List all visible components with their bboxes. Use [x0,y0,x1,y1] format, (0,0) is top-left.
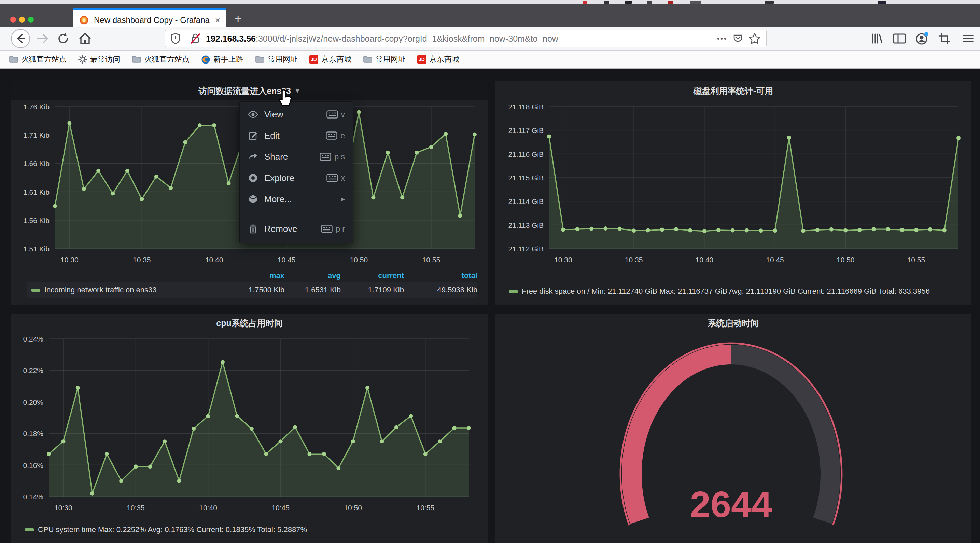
mouse-cursor-hand [277,88,295,109]
svg-text:10:55: 10:55 [907,256,925,264]
pocket-icon[interactable] [732,32,744,45]
submenu-arrow-icon: ▸ [341,195,345,204]
cpu-chart[interactable]: 10:3010:3510:4010:4510:5010:550.24%0.22%… [11,333,488,518]
legend-header-total[interactable]: total [404,271,477,280]
legend-line[interactable]: Free disk space on / Min: 21.112740 GiB … [509,287,970,296]
bookmark-label: 火狐官方站点 [145,54,189,65]
series-stats: Free disk space on / Min: 21.112740 GiB … [522,287,930,296]
disk-usage-chart[interactable]: 10:3010:3510:4010:4510:5010:5521.118 GiB… [495,100,972,268]
bookmark-item[interactable]: 常用网址 [363,54,406,65]
window-minimize-button[interactable] [19,17,25,22]
tracking-protection-shield-icon[interactable] [170,32,181,45]
keyboard-icon [326,132,337,140]
gear-icon [78,55,87,64]
uptime-gauge: 2644 [495,333,972,543]
series-max: 1.7500 Kib [233,285,285,295]
svg-text:10:35: 10:35 [127,504,145,511]
page-actions-icon[interactable]: ••• [717,35,727,43]
menubar-icon [625,1,632,4]
legend-table: max avg current total Incoming network t… [27,271,477,298]
window-zoom-button[interactable] [28,17,34,22]
shortcut: p r [321,225,345,234]
account-icon[interactable] [912,27,932,51]
url-text[interactable]: 192.168.3.56:3000/d/-jnlszjWz/new-dashbo… [206,34,712,44]
browser-tab-bar: New dashboard Copy - Grafana × + [0,4,980,27]
menu-item-share[interactable]: Share p s [240,146,353,167]
screenshot-icon[interactable] [935,27,954,51]
svg-text:0.20%: 0.20% [23,398,43,406]
forward-button[interactable] [33,27,52,51]
bookmark-item[interactable]: JD 京东商城 [309,54,352,65]
legend-series-row[interactable]: Incoming network traffic on ens33 1.7500… [27,282,477,298]
svg-text:10:40: 10:40 [199,504,217,511]
folder-icon [9,56,18,63]
menubar-icon [604,1,609,4]
shortcut: e [326,131,345,140]
new-tab-button[interactable]: + [234,12,242,25]
svg-text:21.115 GiB: 21.115 GiB [508,174,544,182]
trash-icon [248,224,258,234]
bookmark-star-icon[interactable] [748,32,762,45]
menu-hamburger-icon[interactable] [958,27,978,51]
jd-icon: JD [309,55,318,64]
edit-icon [248,131,258,140]
bookmark-label: 最常访问 [90,54,120,65]
menu-item-more[interactable]: More... ▸ [240,188,353,210]
panel-title-dropdown[interactable]: 系统启动时间 [495,314,972,333]
panel-title-dropdown[interactable]: cpu系统占用时间 [11,314,488,333]
svg-text:10:30: 10:30 [54,504,72,511]
svg-text:2644: 2644 [690,484,772,525]
bookmark-item[interactable]: 最常访问 [78,54,120,65]
series-stats: CPU system time Max: 0.2252% Avg: 0.1763… [38,525,307,534]
home-button[interactable] [76,27,94,51]
panel-title: 系统启动时间 [708,318,759,329]
bookmark-label: 京东商城 [321,54,352,65]
svg-text:21.113 GiB: 21.113 GiB [508,221,544,229]
panel-title-dropdown[interactable]: 访问数据流量进入ens33 ▼ [11,81,488,100]
svg-text:10:50: 10:50 [350,256,368,264]
sidebar-toggle-icon[interactable] [890,27,909,51]
url-bar[interactable]: 192.168.3.56:3000/d/-jnlszjWz/new-dashbo… [165,30,767,48]
bookmark-item[interactable]: 火狐官方站点 [9,54,67,65]
menu-item-view[interactable]: View v [240,104,353,125]
menu-item-edit[interactable]: Edit e [240,125,353,146]
shortcut: x [326,174,345,183]
legend-header-row: max avg current total [27,271,477,280]
menu-item-label: Share [264,151,313,162]
cube-icon [248,194,258,204]
legend-header-max[interactable]: max [233,271,285,280]
svg-text:10:45: 10:45 [766,256,784,264]
menu-item-remove[interactable]: Remove p r [240,218,353,239]
legend-line[interactable]: CPU system time Max: 0.2252% Avg: 0.1763… [25,525,486,534]
url-host: 192.168.3.56 [206,34,256,43]
tab-close-icon[interactable]: × [215,15,220,25]
insecure-lock-icon[interactable] [189,32,201,45]
bookmark-item[interactable]: 火狐官方站点 [132,54,189,65]
legend-header-current[interactable]: current [341,271,404,280]
svg-text:21.114 GiB: 21.114 GiB [508,197,544,205]
bookmark-item[interactable]: 常用网址 [255,54,298,65]
library-icon[interactable] [867,27,886,51]
legend-header-avg[interactable]: avg [285,271,341,280]
menu-item-explore[interactable]: Explore x [240,167,353,188]
panel-title-dropdown[interactable]: 磁盘利用率统计-可用 [495,81,972,100]
svg-text:10:50: 10:50 [837,256,855,264]
panel-cpu-system-time: cpu系统占用时间 10:3010:3510:4010:4510:5010:55… [11,314,488,543]
reload-icon[interactable] [54,27,72,51]
svg-text:10:45: 10:45 [272,504,290,511]
window-close-button[interactable] [10,17,16,22]
svg-text:10:40: 10:40 [205,256,223,264]
chevron-down-icon: ▼ [294,88,301,95]
bookmark-item[interactable]: JD 京东商城 [417,54,459,65]
series-name[interactable]: Incoming network traffic on ens33 [45,285,157,295]
panel-context-menu: View v Edit e Share p s Explore x More..… [239,102,353,243]
keyboard-icon [326,110,338,118]
bookmark-item[interactable]: 新手上路 [201,54,243,65]
firefox-icon [201,55,210,64]
menubar-icon [582,1,587,4]
svg-text:10:55: 10:55 [416,504,434,511]
menu-item-label: Explore [264,173,320,183]
svg-text:10:30: 10:30 [554,256,572,264]
back-button[interactable] [10,27,32,51]
divider [185,33,185,44]
